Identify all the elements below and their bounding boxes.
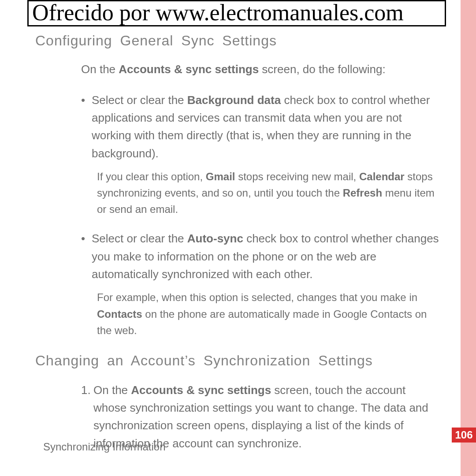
number-marker: 1. <box>81 381 91 399</box>
intro-bold: Accounts & sync settings <box>119 63 259 76</box>
note2-pre: For example, when this option is selecte… <box>97 291 417 303</box>
note1-pre: If you clear this option, <box>97 171 206 182</box>
section-heading-configuring: Configuring General Sync Settings <box>35 33 441 49</box>
note1-bold-refresh: Refresh <box>343 187 382 199</box>
bullet-dot-icon: • <box>81 91 85 109</box>
bullet-item-auto-sync: • Select or clear the Auto-sync check bo… <box>81 230 441 283</box>
footer-text-content: Synchronizing Information <box>43 441 165 453</box>
note1-bold-gmail: Gmail <box>206 171 235 182</box>
bullet-dot-icon: • <box>81 230 85 247</box>
bullet1-bold: Background data <box>187 93 281 107</box>
note1-mid1: stops receiving new mail, <box>235 171 359 182</box>
section-heading-changing: Changing an Account’s Synchronization Se… <box>35 353 441 369</box>
page-number: 106 <box>455 429 472 441</box>
intro-pre: On the <box>81 63 119 76</box>
note2-post: on the phone are automatically made in G… <box>97 308 427 336</box>
note-background-data: If you clear this option, Gmail stops re… <box>97 168 441 218</box>
page-number-badge: 106 <box>452 428 476 443</box>
footer-text: Synchronizing Information <box>43 441 165 453</box>
header-banner-text: Ofrecido por www.electromanuales.com <box>32 0 404 25</box>
bullet2-bold: Auto-sync <box>187 232 243 245</box>
bullet2-pre: Select or clear the <box>92 232 187 245</box>
note2-bold-contacts: Contacts <box>97 308 142 320</box>
bullet-item-background-data: • Select or clear the Background data ch… <box>81 91 441 162</box>
bullet-list-2: • Select or clear the Auto-sync check bo… <box>81 230 441 283</box>
note-auto-sync: For example, when this option is selecte… <box>97 289 441 338</box>
note1-bold-calendar: Calendar <box>359 171 405 182</box>
item1-pre: On the <box>93 383 131 397</box>
section-heading-text: Configuring General Sync Settings <box>35 33 277 48</box>
bullet1-pre: Select or clear the <box>92 93 187 107</box>
side-accent-bar <box>461 0 476 476</box>
section-heading-2-text: Changing an Account’s Synchronization Se… <box>35 353 373 368</box>
intro-post: screen, do the following: <box>259 63 386 76</box>
bullet-list: • Select or clear the Background data ch… <box>81 91 441 162</box>
header-banner: Ofrecido por www.electromanuales.com <box>27 0 446 26</box>
item1-bold: Accounts & sync settings <box>131 383 271 397</box>
page-content: Configuring General Sync Settings On the… <box>35 33 441 452</box>
intro-line: On the Accounts & sync settings screen, … <box>81 61 441 78</box>
